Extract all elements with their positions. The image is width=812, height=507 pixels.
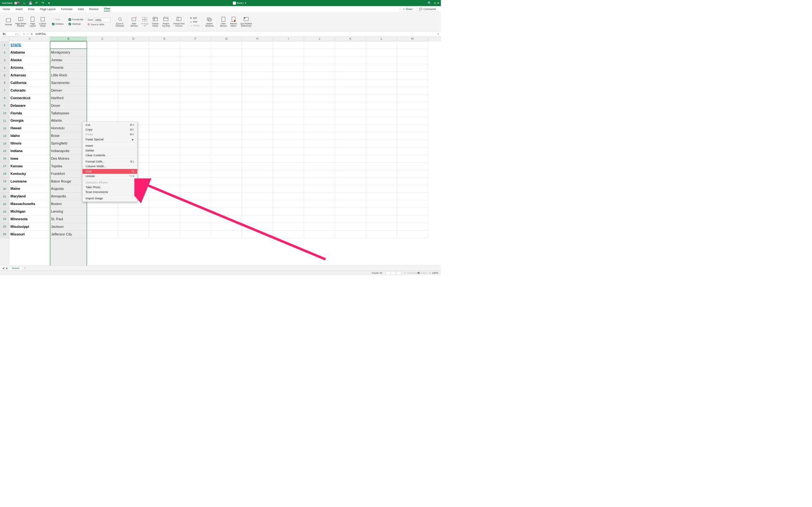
cell-G9[interactable] bbox=[211, 102, 242, 109]
cell-J3[interactable] bbox=[304, 56, 335, 64]
row-header-1[interactable]: 1 bbox=[0, 41, 9, 49]
ctx-column-width-[interactable]: Column Width... bbox=[83, 164, 137, 169]
cell-A7[interactable]: Colorado bbox=[9, 87, 50, 95]
cell-M1[interactable] bbox=[397, 41, 428, 49]
cell-L23[interactable] bbox=[366, 208, 397, 216]
cell-L21[interactable] bbox=[366, 193, 397, 200]
column-header-L[interactable]: L bbox=[366, 37, 397, 41]
cell-H13[interactable] bbox=[242, 132, 273, 140]
page-layout-button[interactable]: Page Layout bbox=[28, 16, 37, 28]
cell-L10[interactable] bbox=[366, 109, 397, 117]
cell-E12[interactable] bbox=[149, 124, 180, 132]
cell-M13[interactable] bbox=[397, 132, 428, 140]
zoom-out-button[interactable]: − bbox=[404, 272, 406, 274]
row-header-11[interactable]: 11 bbox=[0, 117, 9, 124]
cell-I10[interactable] bbox=[273, 109, 304, 117]
cell-H9[interactable] bbox=[242, 102, 273, 109]
column-header-I[interactable]: I bbox=[273, 37, 304, 41]
cell-J7[interactable] bbox=[304, 87, 335, 95]
row-header-12[interactable]: 12 bbox=[0, 124, 9, 132]
cell-H3[interactable] bbox=[242, 56, 273, 64]
tab-page-layout[interactable]: Page Layout bbox=[40, 8, 55, 11]
cell-M21[interactable] bbox=[397, 193, 428, 200]
headings-checkbox[interactable]: Headings bbox=[68, 22, 82, 26]
cell-H14[interactable] bbox=[242, 140, 273, 147]
cell-D5[interactable] bbox=[118, 72, 149, 79]
cell-F1[interactable] bbox=[180, 41, 211, 49]
cell-H11[interactable] bbox=[242, 117, 273, 124]
cell-D2[interactable] bbox=[118, 49, 149, 56]
cell-K4[interactable] bbox=[335, 64, 366, 72]
cell-J15[interactable] bbox=[304, 147, 335, 155]
cell-A3[interactable]: Alaska bbox=[9, 56, 50, 64]
tab-review[interactable]: Review bbox=[89, 8, 98, 11]
cell-A17[interactable]: Kansas bbox=[9, 163, 50, 170]
cell-A26[interactable]: Missouri bbox=[9, 231, 50, 238]
row-header-4[interactable]: 4 bbox=[0, 64, 9, 72]
cell-L22[interactable] bbox=[366, 200, 397, 208]
cell-D9[interactable] bbox=[118, 102, 149, 109]
cell-K23[interactable] bbox=[335, 208, 366, 216]
cell-E7[interactable] bbox=[149, 87, 180, 95]
cell-G13[interactable] bbox=[211, 132, 242, 140]
cell-H10[interactable] bbox=[242, 109, 273, 117]
column-header-J[interactable]: J bbox=[304, 37, 335, 41]
cell-A15[interactable]: Indiana bbox=[9, 147, 50, 155]
redo-icon[interactable]: ↷ bbox=[40, 1, 45, 5]
cell-I6[interactable] bbox=[273, 79, 304, 87]
cell-F7[interactable] bbox=[180, 87, 211, 95]
cell-I7[interactable] bbox=[273, 87, 304, 95]
column-header-G[interactable]: G bbox=[211, 37, 242, 41]
cell-G4[interactable] bbox=[211, 64, 242, 72]
cell-M17[interactable] bbox=[397, 163, 428, 170]
undo-icon[interactable]: ↶ bbox=[34, 1, 39, 5]
cell-K3[interactable] bbox=[335, 56, 366, 64]
cell-G15[interactable] bbox=[211, 147, 242, 155]
cell-K5[interactable] bbox=[335, 72, 366, 79]
cell-F2[interactable] bbox=[180, 49, 211, 56]
cell-M22[interactable] bbox=[397, 200, 428, 208]
row-header-2[interactable]: 2 bbox=[0, 49, 9, 56]
home-icon[interactable]: ⌂ bbox=[22, 1, 27, 5]
cell-E18[interactable] bbox=[149, 170, 180, 177]
cell-I1[interactable] bbox=[273, 41, 304, 49]
cell-M26[interactable] bbox=[397, 231, 428, 238]
cell-A21[interactable]: Maryland bbox=[9, 193, 50, 200]
row-header-20[interactable]: 20 bbox=[0, 185, 9, 193]
row-header-5[interactable]: 5 bbox=[0, 72, 9, 79]
page-break-view-icon[interactable] bbox=[396, 271, 401, 275]
normal-view-button[interactable]: Normal bbox=[4, 17, 13, 26]
cell-M2[interactable] bbox=[397, 49, 428, 56]
cell-L2[interactable] bbox=[366, 49, 397, 56]
cell-M24[interactable] bbox=[397, 216, 428, 223]
cell-L13[interactable] bbox=[366, 132, 397, 140]
cell-I8[interactable] bbox=[273, 95, 304, 102]
cell-I2[interactable] bbox=[273, 49, 304, 56]
cell-M3[interactable] bbox=[397, 56, 428, 64]
share-button[interactable]: ↗Share bbox=[400, 7, 415, 11]
select-all-corner[interactable] bbox=[0, 37, 9, 41]
cell-L9[interactable] bbox=[366, 102, 397, 109]
cell-M8[interactable] bbox=[397, 95, 428, 102]
cell-I18[interactable] bbox=[273, 170, 304, 177]
cell-H18[interactable] bbox=[242, 170, 273, 177]
column-header-M[interactable]: M bbox=[397, 37, 428, 41]
add-sheet-button[interactable]: + bbox=[23, 267, 27, 270]
cell-E16[interactable] bbox=[149, 155, 180, 163]
column-header-F[interactable]: F bbox=[180, 37, 211, 41]
cell-B20[interactable]: Augusta bbox=[50, 185, 87, 193]
cell-K7[interactable] bbox=[335, 87, 366, 95]
column-header-B[interactable]: B bbox=[50, 37, 87, 41]
row-header-15[interactable]: 15 bbox=[0, 147, 9, 155]
cell-D6[interactable] bbox=[118, 79, 149, 87]
cell-H4[interactable] bbox=[242, 64, 273, 72]
page-layout-view-icon[interactable] bbox=[391, 271, 396, 275]
cell-I11[interactable] bbox=[273, 117, 304, 124]
cell-J2[interactable] bbox=[304, 49, 335, 56]
cell-L8[interactable] bbox=[366, 95, 397, 102]
accept-formula-icon[interactable]: ✓ bbox=[27, 32, 29, 36]
cell-F10[interactable] bbox=[180, 109, 211, 117]
expand-formula-bar-icon[interactable]: ▾ bbox=[436, 32, 441, 36]
cell-B12[interactable]: Honolulu bbox=[50, 124, 87, 132]
ctx-cut[interactable]: Cut⌘X bbox=[83, 123, 137, 127]
